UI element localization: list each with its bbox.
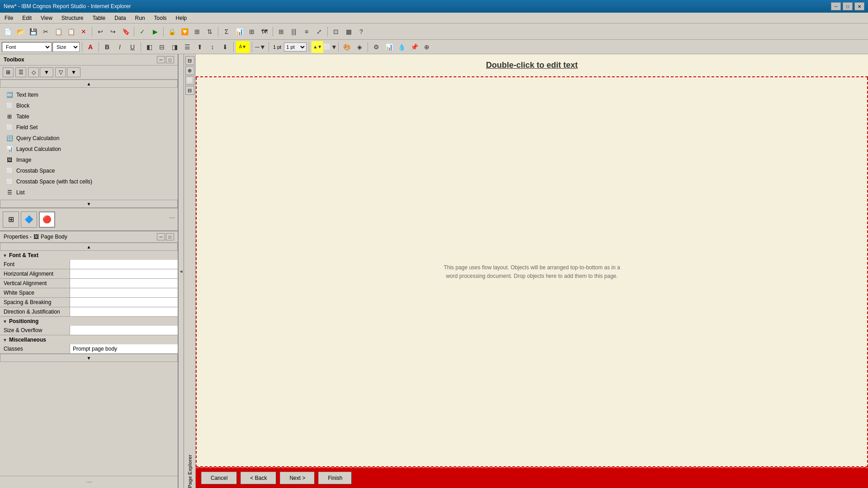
menu-help[interactable]: Help xyxy=(171,13,192,23)
open-button[interactable]: 📂 xyxy=(14,26,26,38)
pin-button[interactable]: 📌 xyxy=(408,41,420,53)
menu-data[interactable]: Data xyxy=(110,13,130,23)
toolbox-maximize-btn[interactable]: □ xyxy=(166,56,174,63)
delete-button[interactable]: ✕ xyxy=(78,26,90,38)
arrow-view-btn[interactable]: ▼ xyxy=(40,67,53,77)
align-bottom-button[interactable]: ⬇ xyxy=(219,41,231,53)
classes-prop-value[interactable]: Prompt page body xyxy=(70,344,178,353)
run-button[interactable]: ▶ xyxy=(149,26,161,38)
props-maximize-btn[interactable]: □ xyxy=(166,233,174,240)
paste-button[interactable]: 📋 xyxy=(65,26,77,38)
font-prop-value[interactable] xyxy=(70,260,178,269)
panel-collapse-button[interactable]: ◄ xyxy=(179,54,184,488)
toolbox-scroll-up[interactable]: ▲ xyxy=(0,80,178,88)
menu-run[interactable]: Run xyxy=(131,13,150,23)
toolbox-item-layout-calc[interactable]: 📊 Layout Calculation xyxy=(0,144,178,155)
menu-table[interactable]: Table xyxy=(88,13,110,23)
toolbox-tab-2[interactable]: 🔷 xyxy=(21,211,37,228)
toolbox-item-query-calc[interactable]: 🔢 Query Calculation xyxy=(0,133,178,144)
help-button[interactable]: ? xyxy=(355,26,367,38)
split-button[interactable]: ⤢ xyxy=(313,26,325,38)
back-button[interactable]: < Back xyxy=(241,472,276,484)
toolbox-scroll-down[interactable]: ▼ xyxy=(0,200,178,208)
crosstab-button[interactable]: ⊞ xyxy=(246,26,258,38)
menu-edit[interactable]: Edit xyxy=(18,13,36,23)
cut-button[interactable]: ✂ xyxy=(40,26,52,38)
toolbox-tab-1[interactable]: ⊞ xyxy=(3,211,19,228)
align-left-button[interactable]: ◧ xyxy=(143,41,155,53)
font-text-section-header[interactable]: ▼ Font & Text xyxy=(0,251,178,260)
query-button[interactable]: Σ xyxy=(221,26,232,38)
list-view-btn[interactable]: ☰ xyxy=(15,67,26,77)
align-middle-button[interactable]: ↕ xyxy=(207,41,218,53)
extra-button[interactable]: ⊕ xyxy=(421,41,433,53)
maximize-button[interactable]: □ xyxy=(843,2,853,10)
layout-button[interactable]: ⊡ xyxy=(330,26,342,38)
props-minimize-btn[interactable]: ─ xyxy=(157,233,165,240)
finish-button[interactable]: Finish xyxy=(318,472,352,484)
canvas-body[interactable]: This page uses flow layout. Objects will… xyxy=(196,77,868,467)
group-button[interactable]: ⊞ xyxy=(191,26,203,38)
table-insert-button[interactable]: ⊞ xyxy=(275,26,287,38)
menu-tools[interactable]: Tools xyxy=(150,13,171,23)
dropper-button[interactable]: 💧 xyxy=(396,41,407,53)
data-container-button[interactable]: ▦ xyxy=(343,26,354,38)
canvas-header[interactable]: Double-click to edit text xyxy=(196,54,868,77)
align-top-button[interactable]: ⬆ xyxy=(194,41,206,53)
conditional-button[interactable]: ◈ xyxy=(354,41,365,53)
shape-view-btn[interactable]: ◇ xyxy=(28,67,39,77)
pe-icon-2[interactable]: ⊕ xyxy=(185,66,194,75)
toolbox-item-block[interactable]: ⬜ Block xyxy=(0,100,178,111)
toolbox-item-table[interactable]: ⊞ Table xyxy=(0,111,178,122)
map-button[interactable]: 🗺 xyxy=(259,26,270,38)
toolbox-minimize-btn[interactable]: ─ xyxy=(157,56,165,63)
toolbox-item-text-item[interactable]: 🔤 Text Item xyxy=(0,89,178,100)
filter-view-btn[interactable]: ▽ xyxy=(55,67,66,77)
pe-icon-3[interactable]: ⬜ xyxy=(185,76,194,85)
spacing-prop-value[interactable] xyxy=(70,298,178,307)
toolbox-item-list[interactable]: ☰ List xyxy=(0,187,178,198)
bg-color-button[interactable]: A▼ xyxy=(236,41,250,53)
sort-button[interactable]: ⇅ xyxy=(204,26,216,38)
menu-structure[interactable]: Structure xyxy=(57,13,88,23)
border-width-select[interactable]: 1 pt xyxy=(284,42,307,52)
next-button[interactable]: Next > xyxy=(280,472,315,484)
props-scroll-up[interactable]: ▲ xyxy=(0,243,178,251)
border-style-button[interactable]: ─▼ xyxy=(255,41,266,53)
chart-button[interactable]: 📊 xyxy=(233,26,245,38)
filter-arrow-btn[interactable]: ▼ xyxy=(67,67,80,77)
menu-view[interactable]: View xyxy=(36,13,57,23)
align-center-button[interactable]: ⊟ xyxy=(156,41,168,53)
toolbox-item-field-set[interactable]: ⬜ Field Set xyxy=(0,122,178,133)
border-color-button[interactable]: ⬜▼ xyxy=(324,41,336,53)
align-right-button[interactable]: ◨ xyxy=(169,41,180,53)
highlight-button[interactable]: ▲▼ xyxy=(311,41,323,53)
bold-button[interactable]: B xyxy=(101,41,113,53)
toolbox-item-crosstab-space[interactable]: ⬜ Crosstab Space xyxy=(0,165,178,176)
style-select-button[interactable]: 🎨 xyxy=(341,41,353,53)
miscellaneous-section-header[interactable]: ▼ Miscellaneous xyxy=(0,335,178,344)
redo-button[interactable]: ↪ xyxy=(107,26,119,38)
props-scroll-down[interactable]: ▼ xyxy=(0,354,178,362)
positioning-section-header[interactable]: ▼ Positioning xyxy=(0,317,178,326)
minimize-button[interactable]: ─ xyxy=(831,2,841,10)
rows-button[interactable]: ≡ xyxy=(301,26,312,38)
size-select[interactable]: Size xyxy=(52,42,80,52)
pe-icon-1[interactable]: ⊟ xyxy=(185,56,194,65)
toolbox-item-image[interactable]: 🖼 Image xyxy=(0,155,178,165)
new-button[interactable]: 📄 xyxy=(2,26,14,38)
validate-button[interactable]: ✓ xyxy=(137,26,148,38)
v-align-prop-value[interactable] xyxy=(70,279,178,288)
italic-button[interactable]: I xyxy=(114,41,126,53)
save-button[interactable]: 💾 xyxy=(27,26,39,38)
undo-button[interactable]: ↩ xyxy=(94,26,106,38)
white-space-prop-value[interactable] xyxy=(70,288,178,297)
pe-icon-4[interactable]: ⊟ xyxy=(185,86,194,95)
cancel-button[interactable]: Cancel xyxy=(201,472,237,484)
canvas-edit-text[interactable]: Double-click to edit text xyxy=(486,61,578,70)
font-select[interactable]: Font xyxy=(2,42,52,52)
toolbox-item-crosstab-fact[interactable]: ⬜ Crosstab Space (with fact cells) xyxy=(0,176,178,187)
data-icon-button[interactable]: 📊 xyxy=(383,41,395,53)
underline-button[interactable]: U xyxy=(127,41,138,53)
close-button[interactable]: ✕ xyxy=(854,2,864,10)
